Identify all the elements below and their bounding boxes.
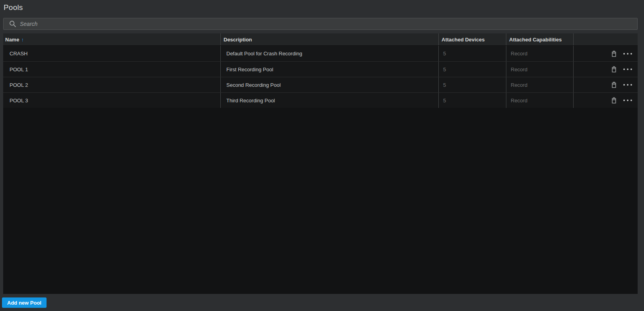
table-row[interactable]: CRASH Default Pool for Crash Recording 5… <box>3 46 638 61</box>
cell-actions <box>573 93 638 108</box>
cell-attached-capabilities: Record <box>506 93 573 108</box>
ellipsis-icon <box>623 100 625 101</box>
cell-attached-devices: 5 <box>438 62 506 77</box>
trash-icon <box>611 82 617 88</box>
cell-description: Default Pool for Crash Recording <box>220 46 438 61</box>
column-header-attached-devices[interactable]: Attached Devices <box>438 33 506 45</box>
cell-actions <box>573 46 638 61</box>
trash-icon <box>611 51 617 57</box>
cell-attached-capabilities: Record <box>506 77 573 92</box>
cell-name: CRASH <box>3 46 220 61</box>
cell-name: POOL 1 <box>3 62 220 77</box>
cell-name: POOL 3 <box>3 93 220 108</box>
column-header-description[interactable]: Description <box>220 33 438 45</box>
page-header: Pools <box>0 0 644 15</box>
more-actions-button[interactable] <box>623 84 632 86</box>
page-title: Pools <box>4 3 23 12</box>
cell-actions <box>573 77 638 92</box>
delete-pool-button[interactable] <box>611 82 617 88</box>
sort-ascending-icon: ↑ <box>21 37 24 43</box>
cell-name: POOL 2 <box>3 77 220 92</box>
cell-attached-capabilities: Record <box>506 62 573 77</box>
more-actions-button[interactable] <box>623 53 632 55</box>
cell-attached-devices: 5 <box>438 77 506 92</box>
column-header-attached-capabilities[interactable]: Attached Capabilities <box>506 33 573 45</box>
delete-pool-button[interactable] <box>611 51 617 57</box>
trash-icon <box>611 97 617 104</box>
column-header-name[interactable]: Name ↑ <box>3 33 220 45</box>
search-input[interactable] <box>20 21 634 27</box>
delete-pool-button[interactable] <box>611 97 617 104</box>
cell-actions <box>573 62 638 77</box>
cell-attached-devices: 5 <box>438 46 506 61</box>
table-row[interactable]: POOL 1 First Recording Pool 5 Record <box>3 61 638 77</box>
table-empty-area <box>3 108 638 294</box>
search-icon <box>9 20 16 27</box>
trash-icon <box>611 66 617 72</box>
cell-attached-devices: 5 <box>438 93 506 108</box>
pools-table: Name ↑ Description Attached Devices Atta… <box>3 33 638 294</box>
column-header-actions <box>573 33 638 45</box>
cell-description: Third Recording Pool <box>220 93 438 108</box>
more-actions-button[interactable] <box>623 68 632 70</box>
delete-pool-button[interactable] <box>611 66 617 72</box>
footer-bar: Add new Pool <box>0 294 644 311</box>
cell-description: First Recording Pool <box>220 62 438 77</box>
table-row[interactable]: POOL 3 Third Recording Pool 5 Record <box>3 92 638 108</box>
add-new-pool-button[interactable]: Add new Pool <box>2 297 47 308</box>
table-row[interactable]: POOL 2 Second Recording Pool 5 Record <box>3 77 638 92</box>
search-bar[interactable] <box>3 18 638 30</box>
ellipsis-icon <box>623 68 625 70</box>
ellipsis-icon <box>623 53 625 55</box>
ellipsis-icon <box>623 84 625 86</box>
cell-attached-capabilities: Record <box>506 46 573 61</box>
cell-description: Second Recording Pool <box>220 77 438 92</box>
table-header-row: Name ↑ Description Attached Devices Atta… <box>3 33 638 46</box>
more-actions-button[interactable] <box>623 100 632 101</box>
